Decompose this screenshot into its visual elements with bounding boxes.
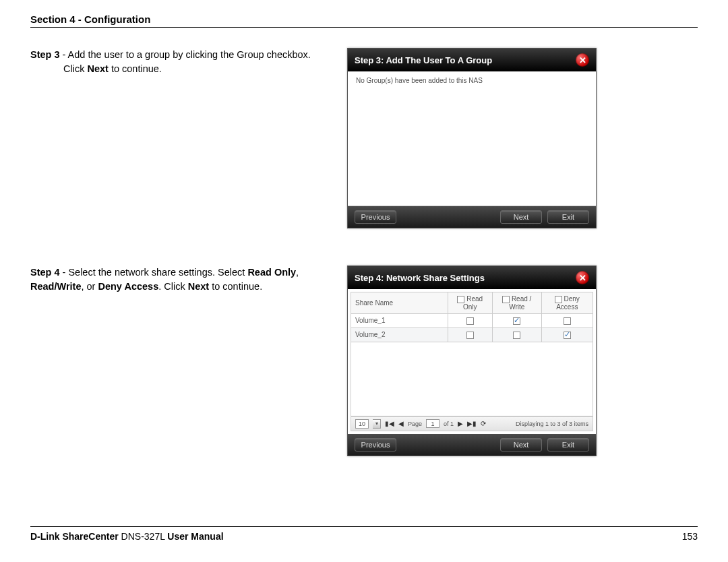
footer-brand: D-Link ShareCenter [30,531,119,542]
col-share-name: Share Name [351,292,448,314]
dialog2-title: Step 4: Network Share Settings [355,273,485,283]
table-header-row: Share Name Read Only Read / Write Deny A… [351,292,593,314]
step3-screenshot: Step 3: Add The User To A Group ✕ No Gro… [347,48,597,228]
checkbox-icon[interactable] [457,296,464,303]
last-page-icon[interactable]: ▶▮ [467,420,477,427]
table-empty-area [351,342,593,416]
s4t3: , or [81,281,98,292]
step3-line2-pre: Click [63,63,87,74]
s4t1: Select the network share settings. Selec… [68,267,247,278]
dialog2-titlebar: Step 4: Network Share Settings ✕ [348,266,596,289]
cell-ro [448,313,492,327]
divider-top [30,27,698,28]
close-icon[interactable]: ✕ [576,271,589,284]
checkbox-icon[interactable] [466,332,474,339]
table-row: Volume_1 [351,313,593,327]
dialog1-titlebar: Step 3: Add The User To A Group ✕ [348,49,596,71]
page-input[interactable]: 1 [426,419,439,428]
dialog2-footer: Previous Next Exit [348,434,596,456]
dialog-step3: Step 3: Add The User To A Group ✕ No Gro… [347,48,597,228]
prev-page-icon[interactable]: ◀ [398,420,404,427]
s4b4: Next [188,281,209,292]
col-rw-label: Read / Write [509,295,531,311]
footer-manual: User Manual [167,531,223,542]
step4-row: Step 4 - Select the network share settin… [30,266,698,456]
page-number: 153 [682,531,698,542]
checkbox-icon[interactable] [502,296,510,303]
step4-dash: - [60,267,69,278]
s4b3: Deny Access [98,281,158,292]
section-header: Section 4 - Configuration [30,13,698,25]
checkbox-icon[interactable] [555,296,562,303]
first-page-icon[interactable]: ▮◀ [385,420,394,427]
cell-rw [492,313,541,327]
checkbox-icon[interactable] [513,317,520,325]
step4-text: Step 4 - Select the network share settin… [30,266,347,294]
step3-label: Step 3 [30,49,60,60]
s4t2: , [296,267,299,278]
step3-row: Step 3 - Add the user to a group by clic… [30,48,698,228]
s4t4: . Click [158,281,188,292]
exit-button[interactable]: Exit [547,210,589,224]
page-footer: D-Link ShareCenter DNS-327L User Manual … [30,526,698,542]
dialog1-footer: Previous Next Exit [348,206,596,228]
cell-share-name: Volume_2 [351,327,448,342]
next-button[interactable]: Next [500,210,542,224]
next-button[interactable]: Next [500,438,542,451]
s4b1: Read Only [247,267,296,278]
table-row: Volume_2 [351,327,593,342]
page-label: Page [408,420,422,427]
checkbox-icon[interactable] [564,332,571,339]
dialog-step4: Step 4: Network Share Settings ✕ Share N… [347,266,597,456]
step3-line1: Add the user to a group by clicking the … [68,49,311,60]
col-deny-access: Deny Access [541,292,593,314]
page-size-select[interactable]: 10 [355,419,369,429]
step3-line2-post: to continue. [109,63,162,74]
exit-button[interactable]: Exit [547,438,589,451]
dialog1-title: Step 3: Add The User To A Group [355,55,492,65]
step4-label: Step 4 [30,267,60,278]
col-read-write: Read / Write [492,292,541,314]
checkbox-icon[interactable] [466,317,474,325]
share-table: Share Name Read Only Read / Write Deny A… [351,292,593,342]
close-icon[interactable]: ✕ [576,53,589,67]
footer-left: D-Link ShareCenter DNS-327L User Manual [30,531,224,542]
step3-dash: - [60,49,68,60]
step3-line2: Click Next to continue. [63,62,334,76]
dialog2-body: Share Name Read Only Read / Write Deny A… [348,289,596,434]
next-page-icon[interactable]: ▶ [458,420,463,427]
checkbox-icon[interactable] [564,317,571,325]
divider-bottom [30,526,698,527]
checkbox-icon[interactable] [513,332,520,339]
step4-screenshot: Step 4: Network Share Settings ✕ Share N… [347,266,597,456]
cell-ro [448,327,492,342]
cell-da [541,327,593,342]
of-label: of 1 [444,420,454,427]
col-read-only: Read Only [448,292,492,314]
previous-button[interactable]: Previous [355,438,396,451]
refresh-icon[interactable]: ⟳ [481,420,486,427]
cell-rw [492,327,541,342]
pager: 10▾ ▮◀ ◀ Page 1 of 1 ▶ ▶▮ ⟳ Displaying 1… [351,416,593,431]
cell-share-name: Volume_1 [351,313,448,327]
dialog1-body: No Group(s) have been added to this NAS [348,71,596,206]
col-ro-label: Read Only [463,295,483,311]
s4t5: to continue. [209,281,262,292]
s4b2: Read/Write [30,281,81,292]
dropdown-icon[interactable]: ▾ [373,419,381,429]
step3-line2-bold: Next [87,63,108,74]
footer-model: DNS-327L [119,531,168,542]
previous-button[interactable]: Previous [355,210,396,224]
step3-text: Step 3 - Add the user to a group by clic… [30,48,347,76]
pager-status: Displaying 1 to 3 of 3 items [516,420,588,427]
cell-da [541,313,593,327]
